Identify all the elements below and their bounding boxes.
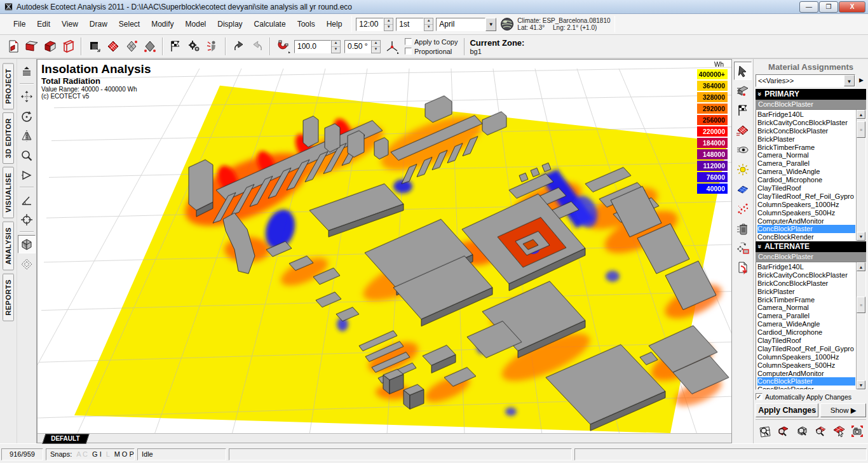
tab-analysis[interactable]: ANALYSIS [3,222,14,271]
menu-display[interactable]: Display [212,17,248,31]
alternate-material-list[interactable]: BarFridge140L BrickCavityConcBlockPlaste… [756,262,866,390]
material-selector-value[interactable]: <<Varies>> [756,75,844,86]
angle-step-field[interactable]: 0.50 ° ▲▼ [344,40,381,53]
selector-dropdown-icon[interactable]: ▼ [844,75,855,86]
list-item[interactable]: Camera_WideAngle [757,168,855,176]
scroll-up-icon[interactable]: ▲ [857,262,865,271]
list-item[interactable]: BrickPlaster [757,135,855,144]
list-item[interactable]: BrickTimberFrame [757,144,855,152]
rotate-icon[interactable] [18,107,36,125]
month-value[interactable]: April [436,18,485,31]
time-spinner[interactable]: ▲▼ [384,18,393,31]
time-value[interactable]: 12:00 [356,18,384,31]
measure-angle-icon[interactable] [18,191,36,209]
axes-icon[interactable] [383,38,400,55]
display-mode-icon[interactable] [86,38,103,55]
day-value[interactable]: 1st [396,18,424,31]
close-button[interactable]: X [839,1,865,13]
list-item-selected[interactable]: ConcBlockPlaster [757,377,855,386]
material-selector[interactable]: <<Varies>> ▼ [756,74,855,87]
view-tab-default[interactable]: DEFAULT [42,434,90,444]
snap-distance-value[interactable]: 100.0 [294,40,331,53]
menu-edit[interactable]: Edit [31,17,56,31]
menu-tools[interactable]: Tools [292,17,321,31]
menu-select[interactable]: Select [113,17,146,31]
list-item[interactable]: BrickCavityConcBlockPlaster [757,271,855,279]
restore-button[interactable]: ❐ [819,1,838,13]
move-zone-icon[interactable] [734,239,752,257]
insolation-3d-scene[interactable] [37,60,731,433]
list-item-selected[interactable]: ConcBlockPlaster [757,225,855,233]
list-item[interactable]: ConcBlockRender [757,233,855,241]
axonometric-view-icon[interactable] [18,235,36,253]
minimize-button[interactable]: — [799,1,818,13]
export-icon[interactable] [734,258,752,277]
list-item[interactable]: Camera_WideAngle [757,320,855,328]
open-file-icon[interactable] [23,38,40,55]
primary-material-list[interactable]: BarFridge140L BrickCavityConcBlockPlaste… [756,109,866,241]
snap-magnet-icon[interactable] [275,38,292,55]
scroll-up-icon[interactable]: ▲ [857,110,865,119]
snap-toggle[interactable]: G I [92,450,102,458]
select-cells-icon[interactable] [829,422,848,440]
menu-draw[interactable]: Draw [84,17,113,31]
snaps-indicator[interactable]: Snaps: A C G I L M O P [46,448,135,460]
list-item[interactable]: ColumnSpeakers_500Hz [757,361,855,370]
list-item[interactable]: Cardiod_Microphone [757,328,855,337]
alternate-section-header[interactable]: »ALTERNATE [756,241,866,252]
snap-distance-field[interactable]: 100.0 ▲▼ [294,40,341,53]
calculate-icon[interactable] [167,38,184,55]
new-file-icon[interactable] [4,38,22,55]
list-item[interactable]: BrickTimberFrame [757,296,855,304]
zoom-zone-icon[interactable] [774,422,792,440]
list-item[interactable]: ComputerAndMonitor [757,217,855,225]
tab-project[interactable]: PROJECT [3,63,14,109]
shaded-view-icon[interactable] [141,38,158,55]
angle-step-value[interactable]: 0.50 ° [344,40,371,53]
save-file-icon[interactable] [41,38,58,55]
auto-apply-checkbox[interactable]: ✓ [756,393,763,400]
zoom-grid-icon[interactable] [811,422,829,440]
snap-toggle[interactable]: L [106,450,110,458]
list-item[interactable]: ComputerAndMonitor [757,370,855,378]
list-item[interactable]: ClayTiledRoof [757,184,855,192]
solar-panel-icon[interactable] [734,180,752,198]
list-item[interactable]: ColumnSpeakers_500Hz [757,209,855,217]
list-scrollbar[interactable]: ▲ ≡ ▼ [856,262,865,389]
comfort-person-icon[interactable] [204,38,221,55]
apply-to-copy-row[interactable]: Apply to Copy [405,37,458,46]
undo-icon[interactable] [230,38,247,55]
wireframe-view-icon[interactable] [123,38,140,55]
move-icon[interactable] [18,87,36,105]
view-cone-icon[interactable] [18,166,36,184]
tab-reports[interactable]: REPORTS [3,274,14,321]
delete-trash-icon[interactable] [734,219,752,238]
zone-material-icon[interactable] [734,81,752,100]
scroll-thumb[interactable]: ≡ [857,297,865,313]
frame-grid-icon[interactable] [756,422,774,440]
apply-to-copy-checkbox[interactable] [405,38,412,45]
day-spinner[interactable]: ▲▼ [424,18,433,31]
list-item[interactable]: Camera_Normal [757,151,855,159]
analysis-grid-icon[interactable] [104,38,121,55]
snapshot-camera-icon[interactable] [848,422,866,440]
reflect-icon[interactable] [18,126,36,145]
tab-visualise[interactable]: VISUALISE [3,167,14,218]
snap-toggle[interactable]: A C [76,450,88,458]
list-item[interactable]: Camera_Normal [757,304,855,312]
visibility-eye-icon[interactable] [734,140,752,159]
list-item[interactable]: BarFridge140L [757,111,855,119]
viewport-canvas[interactable]: Insolation Analysis Total Radiation Valu… [37,59,732,443]
panel-expand-icon[interactable]: ▶ [857,74,866,87]
primary-section-header[interactable]: »PRIMARY [756,89,866,100]
menu-calculate[interactable]: Calculate [248,17,292,31]
tools-gears-icon[interactable] [186,38,203,55]
menu-help[interactable]: Help [321,17,348,31]
redo-icon[interactable] [248,38,266,55]
menu-file[interactable]: File [8,17,31,31]
menu-view[interactable]: View [56,17,84,31]
list-item[interactable]: BrickConcBlockPlaster [757,127,855,135]
zoom-icon[interactable] [18,146,36,164]
list-item[interactable]: ColumnSpeakers_1000Hz [757,201,855,209]
rays-scatter-icon[interactable] [734,199,752,218]
